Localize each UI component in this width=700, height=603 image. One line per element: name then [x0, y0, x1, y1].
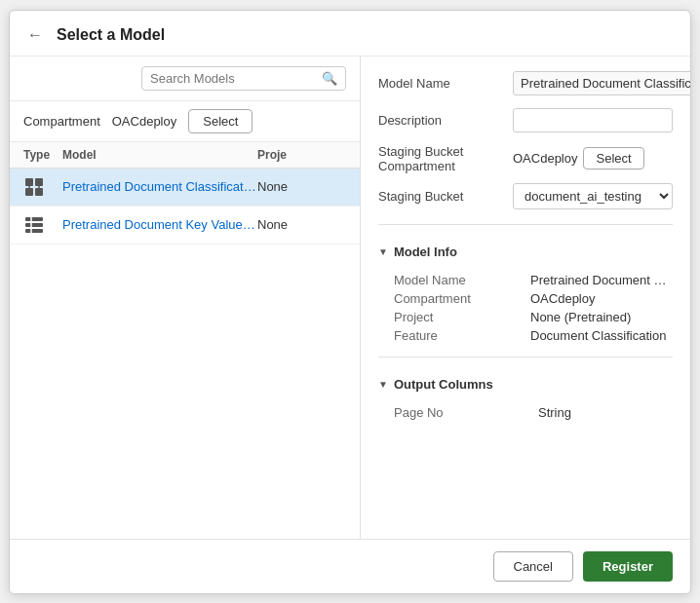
- model-info-section-header: ▼ Model Info: [378, 245, 673, 259]
- staging-bucket-compartment-label: Staging Bucket Compartment: [378, 144, 505, 173]
- divider-2: [378, 357, 673, 358]
- table-row[interactable]: Pretrained Document Classification None: [10, 169, 360, 207]
- svg-rect-6: [25, 217, 43, 221]
- keyvalue-icon: [23, 214, 45, 236]
- info-project-value: None (Pretrained): [530, 310, 673, 324]
- left-panel: 🔍 Compartment OACdeploy Select Type Mode…: [10, 57, 361, 539]
- search-box: 🔍: [141, 66, 346, 91]
- svg-rect-8: [25, 229, 43, 233]
- row-name: Pretrained Document Classification: [62, 179, 257, 194]
- table-body: Pretrained Document Classification None …: [10, 169, 360, 539]
- info-compartment-label: Compartment: [394, 291, 521, 306]
- output-columns-section-label: Output Columns: [394, 377, 493, 392]
- description-value-container: [513, 108, 673, 132]
- info-model-name-value: Pretrained Document Classificatio: [530, 273, 673, 287]
- staging-bucket-value-container: document_ai_testing: [513, 183, 673, 209]
- staging-bucket-dropdown[interactable]: document_ai_testing: [513, 183, 673, 209]
- back-button[interactable]: ←: [23, 24, 47, 46]
- search-icon: 🔍: [322, 71, 337, 86]
- compartment-select-button[interactable]: Select: [188, 109, 253, 133]
- output-columns-grid: Page No String: [378, 405, 673, 420]
- description-input[interactable]: [513, 108, 673, 132]
- row-icon: [23, 176, 62, 198]
- output-columns-section-header: ▼ Output Columns: [378, 377, 673, 392]
- col-type: Type: [23, 148, 62, 162]
- staging-bucket-compartment-row: Staging Bucket Compartment OACdeploy Sel…: [378, 144, 673, 173]
- staging-bucket-label: Staging Bucket: [378, 189, 505, 204]
- collapse-triangle-2-icon: ▼: [378, 379, 388, 390]
- info-project-label: Project: [394, 310, 521, 324]
- model-info-grid: Model Name Pretrained Document Classific…: [378, 273, 673, 343]
- staging-compartment-value: OACdeploy: [513, 151, 577, 166]
- info-model-name-label: Model Name: [394, 273, 521, 287]
- output-col-name: Page No: [394, 405, 528, 420]
- row-icon: [23, 214, 62, 236]
- compartment-label: Compartment: [23, 114, 100, 129]
- model-info-section-label: Model Info: [394, 245, 457, 259]
- info-feature-value: Document Classification: [530, 328, 673, 343]
- description-label: Description: [378, 113, 505, 128]
- divider: [378, 224, 673, 225]
- select-model-dialog: ← Select a Model 🔍 Compartment OACdeploy…: [9, 10, 691, 594]
- table-row[interactable]: Pretrained Document Key Value E… None: [10, 207, 360, 245]
- svg-rect-0: [25, 178, 33, 186]
- col-project: Proje: [257, 148, 346, 162]
- table-header: Type Model Proje: [10, 142, 360, 169]
- dialog-header: ← Select a Model: [10, 11, 690, 57]
- search-input[interactable]: [150, 71, 318, 86]
- model-name-value: Pretrained Document Classificatio: [513, 71, 690, 95]
- model-name-label: Model Name: [378, 76, 505, 91]
- filter-row: Compartment OACdeploy Select: [10, 101, 360, 142]
- row-name: Pretrained Document Key Value E…: [62, 217, 257, 232]
- svg-rect-7: [25, 223, 43, 227]
- svg-rect-1: [35, 178, 43, 186]
- collapse-triangle-icon: ▼: [378, 246, 388, 257]
- description-row: Description: [378, 107, 673, 134]
- col-model: Model: [62, 148, 257, 162]
- search-bar-row: 🔍: [10, 57, 360, 101]
- dialog-title: Select a Model: [57, 26, 165, 44]
- classification-icon: [23, 176, 45, 198]
- svg-rect-3: [35, 188, 43, 196]
- register-button[interactable]: Register: [583, 551, 673, 582]
- model-name-value-container: Pretrained Document Classificatio: [513, 71, 690, 95]
- right-panel: Model Name Pretrained Document Classific…: [361, 57, 690, 539]
- dialog-body: 🔍 Compartment OACdeploy Select Type Mode…: [10, 57, 690, 539]
- output-col-type: String: [538, 405, 673, 420]
- model-name-row: Model Name Pretrained Document Classific…: [378, 70, 673, 97]
- row-proj: None: [257, 179, 346, 194]
- cancel-button[interactable]: Cancel: [493, 551, 573, 582]
- row-proj: None: [257, 217, 346, 232]
- svg-rect-2: [25, 188, 33, 196]
- staging-compartment-select-button[interactable]: Select: [583, 147, 643, 170]
- staging-bucket-row: Staging Bucket document_ai_testing: [378, 183, 673, 210]
- staging-bucket-compartment-controls: OACdeploy Select: [513, 147, 673, 170]
- dialog-footer: Cancel Register: [10, 539, 690, 593]
- info-compartment-value: OACdeploy: [530, 291, 673, 306]
- compartment-value: OACdeploy: [112, 114, 176, 129]
- info-feature-label: Feature: [394, 328, 521, 343]
